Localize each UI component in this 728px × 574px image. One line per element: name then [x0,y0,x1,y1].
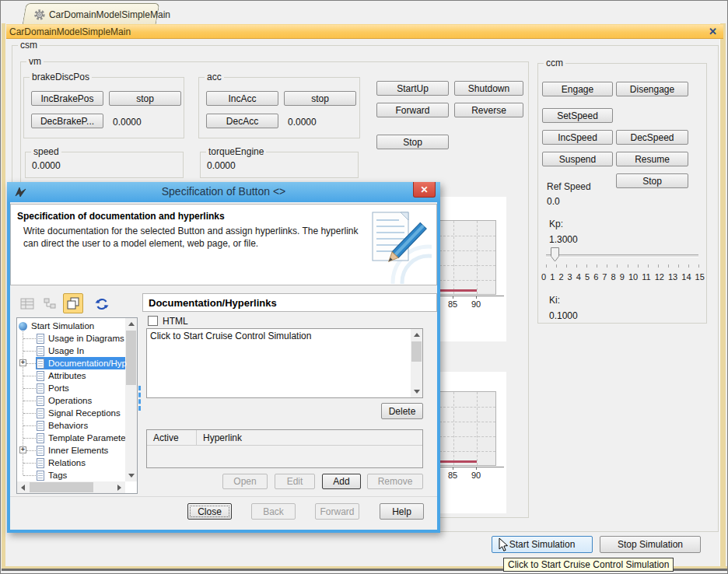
document-icon [37,371,44,381]
dialog-footer-separator [10,496,437,497]
document-icon [37,471,44,481]
incspeed-button[interactable]: IncSpeed [542,130,613,145]
delete-button[interactable]: Delete [381,403,423,419]
stop-simulation-button[interactable]: Stop Simulation [600,536,701,553]
engage-button[interactable]: Engage [542,82,613,96]
html-checkbox[interactable] [148,316,158,326]
tree-item-usage-in-diagrams[interactable]: Usage in Diagrams [37,332,124,345]
tree-item-tags[interactable]: Tags [37,469,67,481]
properties-table-icon[interactable] [20,297,36,313]
column-active[interactable]: Active [153,432,179,443]
frame-header: CarDomainModelSimpleMain ✕ [6,24,723,39]
tree-root[interactable]: Start Simulation [19,320,94,332]
add-button[interactable]: Add [322,474,361,489]
setspeed-button[interactable]: SetSpeed [542,108,613,123]
tree-view-icon[interactable] [43,297,58,313]
incacc-button[interactable]: IncAcc [206,91,278,106]
resume-button[interactable]: Resume [616,152,688,166]
document-icon [37,359,44,369]
close-button[interactable]: Close [187,503,232,520]
scroll-down-icon[interactable] [411,386,422,397]
content-panel-header: Documentation/Hyperlinks [142,293,437,312]
document-icon [37,346,44,356]
suspend-button[interactable]: Suspend [542,152,613,166]
edit-button[interactable]: Edit [275,474,315,489]
document-icon [37,433,44,443]
reverse-button[interactable]: Reverse [454,103,523,117]
tree-item-operations[interactable]: Operations [37,394,92,407]
html-checkbox-label: HTML [163,316,188,327]
document-icon [37,383,44,394]
gridline [477,221,478,294]
scroll-left-icon[interactable] [17,481,29,493]
tree-item-template-parameters[interactable]: Template Paramete [37,432,126,444]
app-window: CarDomainModelSimpleMain CarDomainModelS… [0,0,728,574]
tree-item-ports[interactable]: Ports [37,382,69,394]
document-icon [37,408,44,418]
simulation-root-icon [19,322,27,331]
kp-label: Kp: [549,219,563,229]
documentation-text: Click to Start Cruise Control Simulation [150,331,311,341]
document-icon [37,396,44,406]
kp-slider-tick-labels: 0123456789101112131415 [541,272,705,282]
ki-value: 0.1000 [549,310,578,321]
tree-item-attributes[interactable]: Attributes [37,369,86,382]
scroll-down-icon[interactable] [125,470,137,481]
decacc-button[interactable]: DecAcc [206,114,278,128]
group-brakediscpos-label: brakeDiscPos [30,72,92,82]
tree-item-relations[interactable]: Relations [37,457,86,469]
tree-item-inner-elements[interactable]: Inner Elements [37,444,108,457]
expander-plus-icon[interactable]: + [19,359,26,366]
tab-car-domain-model[interactable]: CarDomainModelSimpleMain [23,3,160,25]
brake-value: 0.0000 [113,117,142,128]
brake-stop-button[interactable]: stop [109,91,181,106]
decspeed-button[interactable]: DecSpeed [616,130,688,145]
kp-slider-track[interactable] [546,254,698,257]
refresh-icon[interactable] [94,296,110,314]
tree-vertical-scrollbar[interactable] [125,318,137,481]
back-button[interactable]: Back [251,503,296,520]
forward-button-dialog[interactable]: Forward [315,503,359,520]
disengage-button[interactable]: Disengage [616,82,688,96]
group-acc-label: acc [205,72,224,82]
acc-stop-button[interactable]: stop [284,91,356,106]
diagram-gear-icon [34,9,45,20]
open-button[interactable]: Open [222,474,268,489]
tree-item-usage-in[interactable]: Usage In [37,345,84,357]
splitter-handle[interactable] [138,386,141,411]
startup-button[interactable]: StartUp [376,81,449,96]
ccm-stop-button[interactable]: Stop [616,173,688,188]
remove-button[interactable]: Remove [367,474,423,489]
tree-horizontal-scrollbar[interactable] [17,481,125,493]
frame-close-icon[interactable]: ✕ [709,26,717,37]
frame-right [719,23,726,569]
group-acc: acc [198,77,360,138]
tree-item-signal-receptions[interactable]: Signal Receptions [37,407,121,419]
tree-item-behaviors[interactable]: Behaviors [37,419,88,432]
shutdown-button[interactable]: Shutdown [454,81,523,96]
document-icon [37,421,44,431]
kp-slider-thumb[interactable] [551,247,560,264]
kp-value: 1.3000 [549,234,578,245]
content-panel-title: Documentation/Hyperlinks [143,294,436,309]
forward-button[interactable]: Forward [376,103,449,117]
documentation-textarea[interactable]: Click to Start Cruise Control Simulation [146,328,423,398]
incbrakepos-button[interactable]: IncBrakePos [31,91,103,106]
scroll-up-icon[interactable] [125,318,137,330]
decbrakepos-button[interactable]: DecBrakeP... [31,114,103,128]
column-hyperlink[interactable]: Hyperlink [203,432,242,443]
group-csm-label: csm [18,40,40,51]
vm-stop-button[interactable]: Stop [376,135,449,149]
tree-item-documentation[interactable]: Documentation/Hyp [37,357,127,369]
standard-mode-icon[interactable] [63,293,83,313]
help-button[interactable]: Help [380,503,424,520]
textarea-scrollbar[interactable] [411,329,422,397]
expander-plus-icon[interactable]: + [19,446,26,453]
dialog-close-button[interactable]: ✕ [413,182,436,198]
gridline [453,221,454,294]
frame-header-title: CarDomainModelSimpleMain [9,26,131,37]
scroll-right-icon[interactable] [114,481,125,493]
scroll-up-icon[interactable] [411,329,422,341]
tab-title: CarDomainModelSimpleMain [49,9,170,20]
ki-label: Ki: [549,295,560,306]
